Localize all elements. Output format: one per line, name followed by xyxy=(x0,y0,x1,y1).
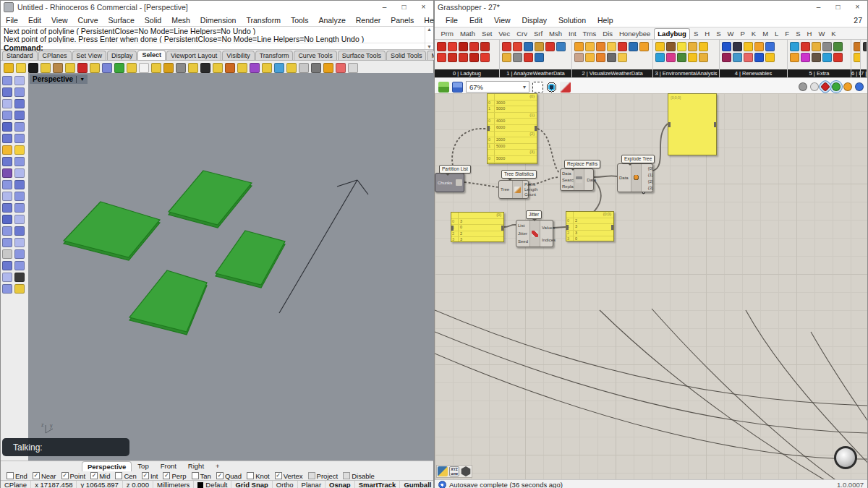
preview-gem-icon[interactable] xyxy=(832,82,841,91)
maximize-button[interactable]: □ xyxy=(828,1,848,14)
toolbar-icon[interactable] xyxy=(41,63,51,73)
ribbon-icon[interactable] xyxy=(618,42,627,51)
panel-result[interactable]: {0;0} 0 2 1 3 2 3 3 0 xyxy=(566,211,614,241)
ribbon-icon[interactable] xyxy=(502,53,511,62)
category-tab[interactable]: P xyxy=(737,29,748,39)
output-param[interactable]: Paths xyxy=(524,182,535,187)
viewport-tab[interactable]: + xyxy=(210,461,226,471)
menu-item[interactable]: Mesh xyxy=(166,16,195,25)
ribbon-icon[interactable] xyxy=(677,53,686,62)
maximize-button[interactable]: □ xyxy=(394,1,414,14)
toolbar-icon[interactable] xyxy=(2,157,12,166)
toolbar-icon[interactable] xyxy=(2,284,12,294)
close-button[interactable]: × xyxy=(414,1,433,14)
status-segment[interactable]: x 17187.458 xyxy=(31,481,77,488)
preview-gem-icon[interactable] xyxy=(799,82,807,91)
checkbox[interactable] xyxy=(192,472,199,479)
status-segment[interactable]: Osnap xyxy=(326,481,355,488)
checkbox[interactable] xyxy=(216,472,224,479)
menu-item[interactable]: Solution xyxy=(553,16,592,25)
ribbon-icon[interactable] xyxy=(607,53,616,62)
osnap-toggle[interactable]: Point xyxy=(61,472,86,480)
ribbon-icon[interactable] xyxy=(596,42,605,51)
rhino-command-area[interactable]: Next point of polyline ( PersistentClose… xyxy=(1,27,433,50)
ribbon-icon[interactable] xyxy=(629,42,638,51)
menu-item[interactable]: Analyze xyxy=(313,16,350,25)
viewport-tab[interactable]: Perspective xyxy=(82,461,132,471)
status-segment[interactable]: Grid Snap xyxy=(231,481,272,488)
toolbar-icon[interactable] xyxy=(14,261,25,270)
ribbon-icon[interactable] xyxy=(607,42,616,51)
ribbon-icon[interactable] xyxy=(822,42,832,51)
ribbon-icon[interactable] xyxy=(733,53,742,62)
toolbar-icon[interactable] xyxy=(2,87,12,97)
toolbar-icon[interactable] xyxy=(14,180,25,189)
ribbon-icon[interactable] xyxy=(459,53,468,62)
toolbar-icon[interactable] xyxy=(2,203,12,213)
toolbar-icon[interactable] xyxy=(14,203,25,213)
toolbar-icon[interactable] xyxy=(14,145,25,155)
toolbar-icon[interactable] xyxy=(2,273,12,282)
input-param[interactable]: List xyxy=(518,223,528,228)
toolbar-icon[interactable] xyxy=(225,63,235,73)
zoom-extents-icon[interactable] xyxy=(532,82,543,93)
ribbon-icon[interactable] xyxy=(655,42,665,51)
toolbar-icon[interactable] xyxy=(2,76,12,85)
ribbon-icon[interactable] xyxy=(639,42,649,51)
toolbar-icon[interactable] xyxy=(237,63,247,73)
ribbon-icon[interactable] xyxy=(655,53,665,62)
ribbon-icon[interactable] xyxy=(513,42,522,51)
status-segment[interactable]: Millimeters xyxy=(153,481,194,488)
ribbon-icon[interactable] xyxy=(459,42,468,51)
output-param[interactable]: {3} xyxy=(643,186,653,190)
save-file-icon[interactable] xyxy=(452,82,463,93)
toolbar-icon[interactable] xyxy=(262,63,272,73)
explode-tree-component[interactable]: Data {0}{1}{2}{3} xyxy=(617,163,653,192)
category-tab[interactable]: H xyxy=(804,29,815,39)
canvas-compass-widget[interactable] xyxy=(834,446,857,469)
minimize-button[interactable]: – xyxy=(375,1,394,14)
ribbon-icon[interactable] xyxy=(733,42,742,51)
ribbon-icon[interactable] xyxy=(666,53,676,62)
osnap-toggle[interactable]: Quad xyxy=(216,472,242,480)
status-segment[interactable]: Planar xyxy=(298,481,326,488)
ribbon-icon[interactable] xyxy=(502,42,511,51)
toolbar-icon[interactable] xyxy=(14,249,25,259)
ribbon-icon[interactable] xyxy=(480,53,490,62)
input-param[interactable]: Data xyxy=(562,171,572,176)
ribbon-icon[interactable] xyxy=(535,42,544,51)
open-file-icon[interactable] xyxy=(438,82,449,93)
toolbar-icon[interactable] xyxy=(53,63,63,73)
ribbon-icon[interactable] xyxy=(790,53,799,62)
toolbar-icon[interactable] xyxy=(286,63,297,73)
viewport-tab[interactable]: Top xyxy=(132,461,154,471)
hexagon-node-icon[interactable] xyxy=(461,466,471,476)
category-tab[interactable]: W xyxy=(724,29,737,39)
menu-item[interactable]: Edit xyxy=(464,16,488,25)
ribbon-icon[interactable] xyxy=(688,42,697,51)
tree-statistics-component[interactable]: Tree PathsLengthCount xyxy=(498,180,529,199)
ribbon-group-label[interactable]: 2 | VisualizeWeatherData xyxy=(572,69,652,77)
ribbon-icon[interactable] xyxy=(744,53,753,62)
category-tab[interactable]: W xyxy=(815,29,828,39)
ribbon-icon[interactable] xyxy=(437,42,446,51)
toolbar-icon[interactable] xyxy=(77,63,88,73)
ribbon-group-label[interactable]: 6 | D xyxy=(851,69,860,77)
ribbon-icon[interactable] xyxy=(535,53,544,62)
menu-item[interactable]: Render xyxy=(351,16,386,25)
toolbar-icon[interactable] xyxy=(176,63,186,73)
menu-item[interactable]: View xyxy=(46,16,73,25)
ribbon-icon[interactable] xyxy=(469,53,479,62)
menu-item[interactable]: Tools xyxy=(286,16,314,25)
toolbar-icon[interactable] xyxy=(14,157,25,166)
toolbar-icon[interactable] xyxy=(2,180,12,189)
viewport-title-dropdown-icon[interactable]: ▼ xyxy=(80,77,85,82)
output-param[interactable]: Data xyxy=(586,178,596,182)
input-param[interactable]: Tree xyxy=(501,187,511,192)
toolbar-icon[interactable] xyxy=(299,63,309,73)
osnap-toggle[interactable]: Cen xyxy=(115,472,136,480)
category-tab[interactable]: M xyxy=(760,29,772,39)
preview-eye-icon[interactable] xyxy=(546,82,557,93)
ribbon-icon[interactable] xyxy=(596,53,605,62)
toolbar-icon[interactable] xyxy=(14,76,25,85)
